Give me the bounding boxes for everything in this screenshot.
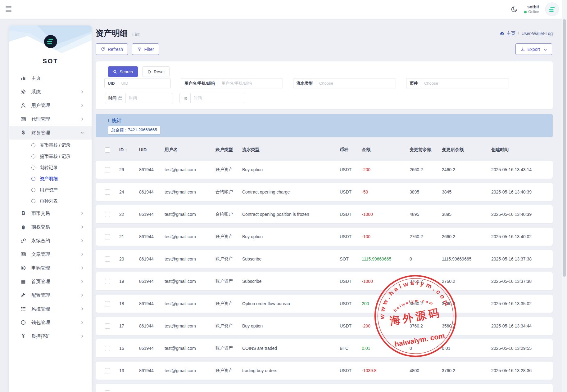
cell-coin: USDT [340, 189, 362, 194]
sidebar-subitem[interactable]: 币种列表 [9, 195, 92, 207]
sidebar-item-baht[interactable]: ฿ 期权交易 [9, 220, 92, 234]
sidebar-item-ring[interactable]: 申购管理 [9, 261, 92, 275]
cell-username: test@gmail.com [165, 346, 215, 351]
cell-coin: USDT [340, 301, 362, 306]
sidebar-item-idcard[interactable]: 代理管理 [9, 112, 92, 126]
cell-coin: USDT [340, 368, 362, 373]
breadcrumb-current: User-Wallet-Log [521, 31, 553, 36]
table-row: 19 861944 test@gmail.com 账户资产 Subscribe … [96, 272, 553, 290]
cell-username: test@gmail.com [165, 323, 215, 328]
hamburger-menu-icon[interactable] [6, 5, 14, 13]
cell-balance-before: 0 [410, 256, 442, 261]
cell-balance-before: 3895 [410, 189, 442, 194]
refresh-button[interactable]: Refresh [96, 43, 128, 55]
cell-account-type: 账户资产 [215, 256, 242, 262]
time-from-input[interactable] [126, 93, 173, 103]
vertical-scrollbar[interactable] [562, 0, 567, 392]
row-checkbox[interactable] [105, 212, 110, 217]
select-all-checkbox[interactable] [105, 147, 110, 153]
sidebar: SOT 主页 系统 用户管理 代理管理 $ 财务管理 充币审核 / 记录 [9, 25, 92, 392]
row-checkbox[interactable] [105, 167, 110, 172]
search-button[interactable]: Search [108, 66, 138, 77]
sidebar-item-yen[interactable]: ¥ 质押挖矿 [9, 329, 92, 343]
cell-account-type: 合约账户 [215, 189, 242, 195]
cell-uid: 861944 [139, 279, 165, 284]
sidebar-item-users[interactable]: 用户管理 [9, 99, 92, 112]
gear-icon [20, 89, 26, 95]
sidebar-subitem[interactable]: 划转记录 [9, 162, 92, 173]
sidebar-subitem[interactable]: 资产明细 [9, 173, 92, 184]
cell-amount: 200 [362, 301, 410, 306]
cell-balance-after: 3760.2 [442, 368, 491, 373]
chevron-right-icon [80, 90, 84, 94]
row-checkbox[interactable] [105, 368, 110, 373]
bullet-circle-icon [31, 166, 35, 170]
sidebar-item-circle[interactable]: 钱包管理 [9, 316, 92, 329]
sidebar-subitem[interactable]: 用户资产 [9, 184, 92, 195]
flow-type-select[interactable] [316, 78, 396, 88]
time-to-input[interactable] [191, 93, 245, 103]
dark-mode-moon-icon[interactable] [510, 6, 518, 13]
sidebar-item-link[interactable]: 永续合约 [9, 234, 92, 247]
cell-id: 22 [119, 212, 139, 217]
row-checkbox[interactable] [105, 256, 110, 262]
sidebar-item-list[interactable]: 风控管理 [9, 302, 92, 316]
sidebar-item-gear[interactable]: 系统 [9, 85, 92, 99]
username-input[interactable] [218, 78, 283, 88]
breadcrumb-separator: / [518, 31, 519, 36]
chevron-right-icon [80, 239, 84, 243]
row-checkbox[interactable] [105, 234, 110, 239]
cell-id: 24 [119, 189, 139, 194]
column-header-amount: 金额 [362, 147, 410, 153]
chevron-down-icon [80, 131, 84, 135]
bigb-icon: B [20, 210, 26, 216]
row-checkbox[interactable] [105, 189, 110, 195]
breadcrumb-home-link[interactable]: 主页 [500, 31, 515, 36]
sidebar-item-bigb[interactable]: B 币币交易 [9, 207, 92, 220]
row-checkbox[interactable] [105, 390, 110, 392]
column-header-username: 用户名 [165, 147, 215, 153]
bullet-circle-icon [31, 154, 35, 158]
user-menu[interactable]: sotbit Online [524, 4, 539, 15]
info-icon: i [108, 118, 109, 123]
link-icon [20, 238, 26, 244]
row-checkbox[interactable] [105, 301, 110, 306]
cell-uid: 861944 [139, 368, 165, 373]
cell-amount: -50 [362, 189, 410, 194]
sidebar-item-dollar[interactable]: $ 财务管理 [9, 126, 92, 140]
cell-balance-before: 3560.2 [410, 301, 442, 306]
column-header-id[interactable]: ID ↑ [119, 147, 139, 152]
cell-balance-after: 2660.2 [442, 234, 491, 239]
filter-button[interactable]: Filter [132, 43, 159, 55]
row-checkbox[interactable] [105, 279, 110, 284]
cell-username: test@gmail.com [165, 212, 215, 217]
sidebar-item-wrench[interactable]: 配置管理 [9, 288, 92, 302]
idcard-icon [20, 116, 26, 122]
coin-select[interactable] [421, 78, 509, 88]
cell-id: 21 [119, 234, 139, 239]
uid-input[interactable] [118, 78, 170, 88]
scrollbar-thumb[interactable] [563, 19, 566, 277]
sidebar-item-bars[interactable]: 首页管理 [9, 275, 92, 288]
statistics-box: i 统计 总金额： 7421.20669665 [96, 114, 553, 137]
export-button[interactable]: Export [515, 43, 552, 55]
sidebar-item-news[interactable]: 文章管理 [9, 247, 92, 261]
online-status-dot [524, 11, 527, 13]
sidebar-subitem[interactable]: 提币审核 / 记录 [9, 151, 92, 162]
avatar[interactable] [545, 2, 559, 16]
cell-coin: USDT [340, 234, 362, 239]
row-checkbox[interactable] [105, 346, 110, 351]
row-checkbox[interactable] [105, 323, 110, 329]
cell-id: 16 [119, 346, 139, 351]
cell-account-type: 账户资产 [215, 345, 242, 351]
cell-account-type: 合约账户 [215, 212, 242, 217]
sidebar-subitem[interactable]: 充币审核 / 记录 [9, 140, 92, 151]
search-panel: Search Reset UID 用户名/手机/邮箱 流水类型 币种 [96, 61, 553, 109]
cell-created: 2025-05-16 13:43:14 [491, 167, 549, 172]
cell-uid: 861944 [139, 212, 165, 217]
sidebar-item-chart[interactable]: 主页 [9, 71, 92, 85]
chevron-down-icon [544, 47, 547, 51]
cell-uid: 861944 [139, 256, 165, 261]
sot-logo-icon [44, 35, 57, 48]
reset-button[interactable]: Reset [142, 66, 170, 77]
